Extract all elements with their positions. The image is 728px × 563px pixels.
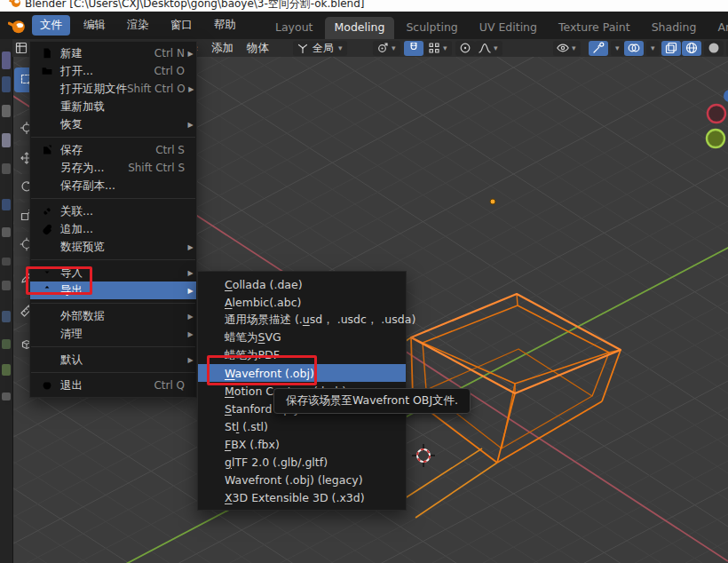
menubar-item-编辑[interactable]: 编辑: [75, 15, 114, 36]
left-edge-fragment: [2, 281, 11, 290]
xray-widget: [661, 41, 684, 55]
xray-icon: [664, 41, 678, 55]
menu-item-shortcut: Ctrl Q: [154, 379, 185, 392]
menu-separator: [31, 303, 195, 304]
left-edge-fragment: [2, 163, 11, 174]
menu-item-label: 新建: [60, 46, 83, 61]
menu-item-label: 数据预览: [60, 240, 105, 255]
export-item-collada-dae[interactable]: Collada (.dae): [198, 275, 406, 293]
file-menu-item-保存副本[interactable]: 保存副本...: [30, 177, 196, 194]
workspace-tab-layout[interactable]: Layout: [265, 17, 323, 39]
object-origin-dot: [490, 199, 495, 204]
export-item-wavefront-obj-legacy[interactable]: Wavefront (.obj) (legacy): [198, 471, 406, 488]
falloff-widget: ▾: [475, 41, 505, 55]
window-title: Blender [C:\Users\CXJ\Desktop\gong\baoye…: [25, 0, 365, 12]
menu-item-label: 清理: [60, 327, 83, 342]
menu-item-shortcut: Shift Ctrl O: [127, 83, 186, 95]
proportional-edit-toggle[interactable]: [455, 41, 475, 56]
workspace-tab-modeling[interactable]: Modeling: [325, 17, 395, 39]
workspace-tab-shading[interactable]: Shading: [642, 17, 707, 39]
file-menu-item-打开[interactable]: 打开...Ctrl O: [30, 62, 196, 80]
gizmo-icon: [591, 41, 605, 55]
file-menu-item-追加[interactable]: 追加...: [30, 220, 196, 238]
tooltip-text: 保存该场景至Wavefront OBJ文件.: [286, 393, 458, 408]
workspace-tab-sculpting[interactable]: Sculpting: [396, 17, 467, 39]
export-item-label: X3D Extensible 3D (.x3d): [225, 491, 365, 504]
workspace-tab-animation[interactable]: Animation: [708, 17, 728, 39]
menubar-item-文件[interactable]: 文件: [32, 15, 70, 36]
window-titlebar: Blender [C:\Users\CXJ\Desktop\gong\baoye…: [0, 0, 728, 12]
editor-type-button[interactable]: [14, 41, 28, 55]
menu-item-shortcut: Ctrl N: [154, 47, 185, 59]
overlays-toggle[interactable]: [624, 41, 644, 56]
transform-orientation-dropdown[interactable]: 全局▾: [293, 41, 347, 56]
file-menu-item-保存[interactable]: 保存Ctrl S: [30, 141, 196, 159]
menu-item-label: 打开...: [60, 64, 93, 79]
menu-separator: [31, 372, 195, 373]
save-icon: [41, 144, 53, 156]
snap-with-widget: ▾: [424, 41, 455, 55]
file-menu-item-新建[interactable]: 新建Ctrl N▶: [30, 44, 196, 62]
file-menu-item-恢复[interactable]: 恢复▶: [30, 115, 196, 133]
submenu-arrow-icon: ▶: [185, 50, 196, 58]
menu-item-label: 保存: [60, 143, 83, 158]
export-item-label: Collada (.dae): [225, 278, 303, 291]
file-menu-item-重新加载[interactable]: 重新加载: [30, 98, 196, 115]
submenu-arrow-icon: ▶: [185, 243, 196, 251]
file-menu-item-另存为[interactable]: 另存为...Shift Ctrl S: [30, 159, 196, 177]
export-item-x3d-extensible-3d-x3d[interactable]: X3D Extensible 3D (.x3d): [198, 488, 406, 506]
solid-sphere-icon: [707, 41, 721, 55]
orientation-widget: 全局▾: [293, 41, 350, 55]
export-item-label: glTF 2.0 (.glb/.gltf): [225, 456, 328, 469]
falloff-dropdown[interactable]: ▾: [475, 41, 502, 56]
left-edge-fragment: [2, 364, 11, 376]
tool-menu-物体[interactable]: 物体: [247, 41, 269, 56]
overlays-dropdown[interactable]: ▾: [646, 41, 660, 56]
topbar: 文件编辑渲染窗口帮助 LayoutModelingSculptingUV Edi…: [0, 12, 728, 39]
menu-item-label: 退出: [60, 378, 83, 393]
shading-wireframe-button[interactable]: [682, 41, 701, 56]
gizmo-toggle[interactable]: [589, 41, 608, 56]
pivot-widget: ▾: [373, 41, 403, 55]
export-item-svg[interactable]: 蜡笔为SVG: [198, 329, 406, 346]
view-object-types-dropdown[interactable]: ▾: [553, 41, 581, 56]
file-menu-item-数据预览[interactable]: 数据预览▶: [30, 238, 196, 256]
file-menu-item-清理[interactable]: 清理▶: [30, 325, 196, 343]
gizmo-dropdown[interactable]: ▾: [611, 41, 624, 56]
snap-toggle[interactable]: [404, 41, 423, 56]
file-menu-item-外部数据[interactable]: 外部数据▶: [30, 307, 196, 325]
gizmo-y-axis-ball: [707, 130, 724, 147]
tooltip: 保存该场景至Wavefront OBJ文件.: [273, 388, 471, 414]
workspace-tab-texture-paint[interactable]: Texture Paint: [549, 17, 640, 39]
export-item-usd-usdc-usda[interactable]: 通用场景描述 (.usd， .usdc， .usda): [198, 311, 406, 329]
export-item-stl-stl[interactable]: Stl (.stl): [198, 417, 406, 435]
tool-menu-添加[interactable]: 添加: [211, 41, 233, 56]
annotation-box-wavefront: [207, 355, 317, 385]
workspace-tab-uv-editing[interactable]: UV Editing: [470, 17, 547, 39]
view-types-widget: ▾: [553, 41, 583, 55]
left-edge-fragment: [2, 311, 11, 322]
menubar-item-渲染[interactable]: 渲染: [119, 15, 157, 36]
export-item-gltf-2-0-glb-gltf[interactable]: glTF 2.0 (.glb/.gltf): [198, 453, 406, 471]
shading-solid-button[interactable]: [704, 41, 724, 56]
export-item-alembic-abc[interactable]: Alembic(.abc): [198, 293, 406, 311]
pivot-point-dropdown[interactable]: ▾: [373, 41, 400, 56]
menu-item-label: 关联...: [60, 204, 93, 219]
file-menu-item-打开近期文件[interactable]: 打开近期文件Shift Ctrl O▶: [30, 80, 196, 98]
menubar-item-帮助[interactable]: 帮助: [206, 15, 244, 36]
file-menu-item-退出[interactable]: 退出Ctrl Q: [30, 377, 196, 394]
left-edge-fragment: [2, 76, 11, 92]
menubar-item-窗口[interactable]: 窗口: [162, 15, 201, 36]
snap-with-dropdown[interactable]: ▾: [424, 41, 452, 56]
menu-item-label: 打开近期文件: [60, 82, 127, 97]
pivot-icon: [376, 41, 390, 55]
overlays-icon: [627, 41, 641, 55]
submenu-arrow-icon: ▶: [185, 269, 196, 277]
file-menu-item-默认[interactable]: 默认▶: [30, 351, 196, 369]
export-item-fbx-fbx[interactable]: FBX (.fbx): [198, 435, 406, 453]
file-menu-item-关联[interactable]: 关联...: [30, 202, 196, 220]
overlays-widget: ▾: [624, 41, 662, 55]
submenu-arrow-icon: ▶: [185, 313, 196, 321]
menu-item-label: 追加...: [60, 222, 93, 237]
xray-toggle[interactable]: [661, 41, 681, 56]
